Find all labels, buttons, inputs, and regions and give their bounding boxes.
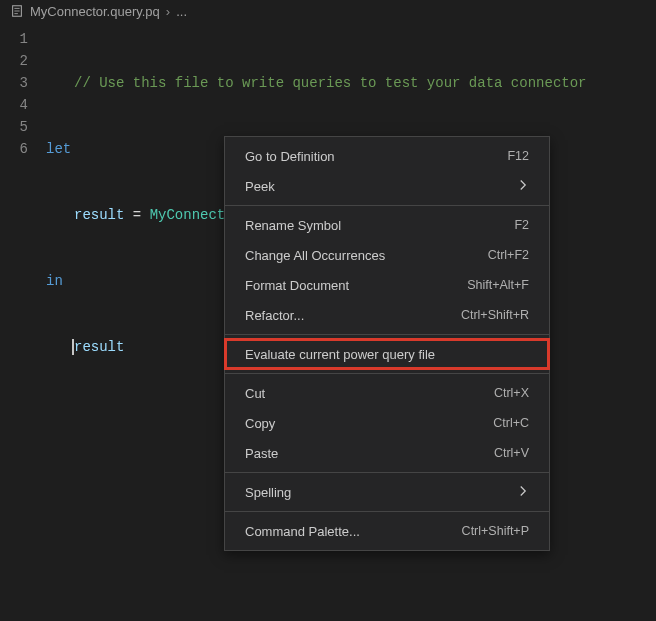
line-number: 3 — [0, 72, 46, 94]
line-number: 5 — [0, 116, 46, 138]
line-number: 4 — [0, 94, 46, 116]
chevron-right-icon — [517, 485, 529, 500]
menu-change-all-occurrences[interactable]: Change All OccurrencesCtrl+F2 — [225, 240, 549, 270]
context-menu: Go to DefinitionF12 Peek Rename SymbolF2… — [224, 136, 550, 551]
line-number: 2 — [0, 50, 46, 72]
menu-separator — [225, 472, 549, 473]
menu-cut[interactable]: CutCtrl+X — [225, 378, 549, 408]
menu-format-document[interactable]: Format DocumentShift+Alt+F — [225, 270, 549, 300]
menu-spelling[interactable]: Spelling — [225, 477, 549, 507]
menu-evaluate-power-query[interactable]: Evaluate current power query file — [225, 339, 549, 369]
menu-separator — [225, 373, 549, 374]
menu-refactor[interactable]: Refactor...Ctrl+Shift+R — [225, 300, 549, 330]
menu-go-to-definition[interactable]: Go to DefinitionF12 — [225, 141, 549, 171]
menu-peek[interactable]: Peek — [225, 171, 549, 201]
file-icon — [10, 4, 24, 18]
breadcrumb-file[interactable]: MyConnector.query.pq — [30, 4, 160, 19]
code-line[interactable]: // Use this file to write queries to tes… — [46, 72, 656, 94]
breadcrumb-separator: › — [166, 4, 170, 19]
line-number: 6 — [0, 138, 46, 160]
menu-separator — [225, 205, 549, 206]
menu-paste[interactable]: PasteCtrl+V — [225, 438, 549, 468]
breadcrumb-tail[interactable]: ... — [176, 4, 187, 19]
chevron-right-icon — [517, 179, 529, 194]
menu-command-palette[interactable]: Command Palette...Ctrl+Shift+P — [225, 516, 549, 546]
menu-separator — [225, 511, 549, 512]
menu-rename-symbol[interactable]: Rename SymbolF2 — [225, 210, 549, 240]
line-number-gutter: 1 2 3 4 5 6 — [0, 28, 46, 468]
menu-copy[interactable]: CopyCtrl+C — [225, 408, 549, 438]
menu-separator — [225, 334, 549, 335]
breadcrumb: MyConnector.query.pq › ... — [0, 0, 656, 22]
line-number: 1 — [0, 28, 46, 50]
